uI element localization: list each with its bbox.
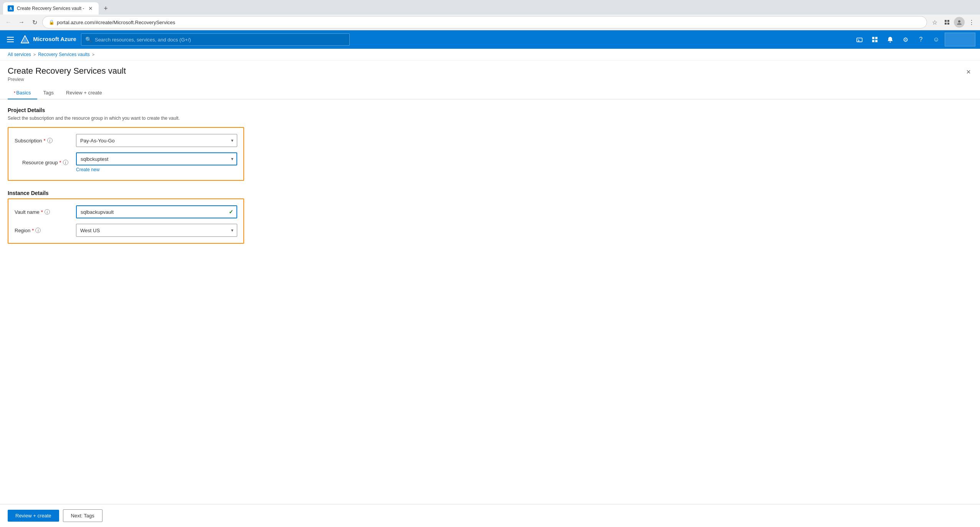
new-tab-button[interactable]: + [100,3,111,14]
vault-name-row: Vault name * i ✓ [15,205,237,218]
feedback-button[interactable]: ☺ [929,33,943,46]
project-details-title: Project Details [8,107,972,113]
lock-icon: 🔒 [49,20,55,25]
svg-rect-11 [872,40,874,42]
region-row: Region * i West US ▾ [15,224,237,237]
breadcrumb-separator-1: > [33,52,36,57]
browser-chrome: A Create Recovery Services vault - ✕ + ←… [0,0,980,30]
svg-point-13 [890,41,891,43]
marketplace-button[interactable] [868,33,882,46]
tab-favicon: A [8,5,14,12]
resource-group-label: Resource group * i [22,160,71,165]
resource-group-select-wrapper: sqlbckuptest ▾ [76,152,237,165]
tab-tags[interactable]: Tags [37,87,60,99]
bottom-bar: Review + create Next: Tags [0,504,980,525]
notifications-button[interactable] [883,33,897,46]
forward-button[interactable]: → [16,17,27,28]
subscription-label: Subscription * i [15,138,71,144]
vault-name-input-wrapper: ✓ [76,205,237,218]
breadcrumb: All services > Recovery Services vaults … [0,49,980,61]
create-new-resource-group-link[interactable]: Create new [76,167,237,172]
tab-close-button[interactable]: ✕ [87,5,94,12]
extensions-button[interactable] [942,17,952,28]
subscription-row: Subscription * i Pay-As-You-Go ▾ [15,134,237,147]
project-details-desc: Select the subscription and the resource… [8,116,972,121]
tab-title: Create Recovery Services vault - [17,6,84,11]
page-header: Create Recovery Services vault Preview × [0,61,980,82]
page-container: Create Recovery Services vault Preview ×… [0,61,980,525]
url-box[interactable]: 🔒 portal.azure.com/#create/Microsoft.Rec… [42,16,927,28]
project-details-group: Subscription * i Pay-As-You-Go ▾ Resour [8,127,244,181]
vault-name-required: * [41,209,43,215]
svg-rect-0 [945,20,947,22]
svg-rect-2 [945,23,947,25]
svg-rect-12 [875,40,878,42]
tab-basics[interactable]: *Basics [8,87,37,99]
vault-name-check-icon: ✓ [229,209,233,215]
azure-search-input[interactable] [95,37,345,43]
region-select-wrapper: West US ▾ [76,224,237,237]
region-label: Region * i [15,228,71,233]
svg-rect-3 [947,23,949,25]
instance-details-title: Instance Details [8,190,972,196]
hamburger-menu[interactable] [5,35,16,45]
svg-rect-9 [872,37,874,39]
url-text: portal.azure.com/#create/Microsoft.Recov… [57,20,175,25]
svg-point-4 [958,20,960,23]
page-title: Create Recovery Services vault [8,66,126,76]
subscription-select[interactable]: Pay-As-You-Go [76,134,237,147]
browser-actions: ☆ ⋮ [929,17,977,28]
bookmark-button[interactable]: ☆ [929,17,940,28]
address-bar: ← → ↻ 🔒 portal.azure.com/#create/Microso… [0,15,980,30]
review-create-button[interactable]: Review + create [8,510,59,522]
breadcrumb-all-services[interactable]: All services [8,52,31,57]
user-avatar[interactable] [945,33,975,46]
profile-button[interactable] [954,17,965,28]
close-button[interactable]: × [965,66,972,78]
subscription-select-wrapper: Pay-As-You-Go ▾ [76,134,237,147]
search-icon: 🔍 [85,36,92,43]
tabs: *Basics Tags Review + create [0,82,980,99]
nav-icons: ⚙ ? ☺ [853,33,975,46]
azure-logo: Microsoft Azure [21,35,76,44]
svg-rect-7 [857,38,862,42]
svg-rect-1 [947,20,949,22]
cloud-shell-button[interactable] [853,33,866,46]
back-button[interactable]: ← [3,17,14,28]
resource-group-row: Resource group * i sqlbckuptest ▾ Create… [15,152,237,172]
next-tags-button[interactable]: Next: Tags [63,509,102,522]
instance-details-group: Vault name * i ✓ Region [8,198,244,244]
active-tab[interactable]: A Create Recovery Services vault - ✕ [3,2,99,15]
form-content: Project Details Select the subscription … [0,99,980,525]
vault-name-info-icon[interactable]: i [45,209,50,215]
region-info-icon[interactable]: i [35,228,41,233]
tab-bar: A Create Recovery Services vault - ✕ + [0,0,980,15]
resource-group-info-icon[interactable]: i [63,160,68,165]
subscription-required: * [44,138,46,144]
azure-nav: Microsoft Azure 🔍 ⚙ [0,30,980,49]
vault-name-label: Vault name * i [15,209,71,215]
resource-group-select[interactable]: sqlbckuptest [76,152,237,165]
settings-button[interactable]: ⚙ [899,33,912,46]
resource-group-required: * [59,160,61,165]
svg-rect-10 [875,37,878,39]
tab-review-create[interactable]: Review + create [60,87,108,99]
page-subtitle: Preview [8,77,126,82]
menu-button[interactable]: ⋮ [966,17,977,28]
breadcrumb-separator-2: > [92,52,94,57]
region-select[interactable]: West US [76,224,237,237]
subscription-info-icon[interactable]: i [47,138,53,143]
breadcrumb-recovery-vaults[interactable]: Recovery Services vaults [38,52,90,57]
azure-search-box[interactable]: 🔍 [81,33,350,46]
instance-details-section: Instance Details Vault name * i ✓ [8,190,972,244]
region-required: * [32,228,34,233]
vault-name-input[interactable] [76,205,237,218]
help-button[interactable]: ? [914,33,928,46]
reload-button[interactable]: ↻ [29,17,40,28]
